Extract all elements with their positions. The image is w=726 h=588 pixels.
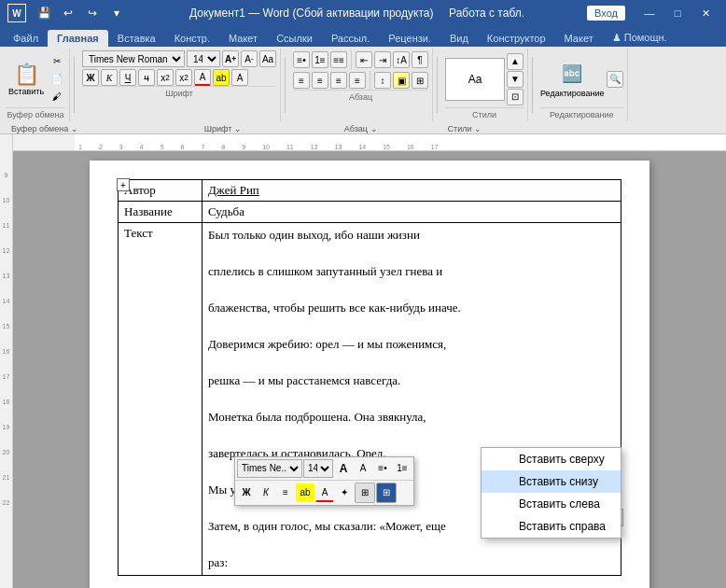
tab-layout[interactable]: Макет [219,30,267,47]
numbering-button[interactable]: 1≡ [312,51,328,68]
label-text: Текст [119,223,202,576]
sort-button[interactable]: ↕A [393,51,410,68]
float-grow-font[interactable]: A [334,459,353,478]
float-align[interactable]: ≡ [276,483,295,502]
styles-selector[interactable]: Aa [445,58,505,101]
font-color-button[interactable]: A [194,69,211,86]
insert-right-icon [496,519,511,534]
show-marks-button[interactable]: ¶ [412,51,428,68]
clipboard-sub: ✂ 📄 🖌 [49,53,65,105]
tab-file[interactable]: Файл [4,30,48,47]
float-table-icon[interactable]: ⊞ [355,483,375,503]
menu-insert-left[interactable]: Вставить слева [482,493,621,515]
highlight-button[interactable]: ab [213,69,230,86]
copy-button[interactable]: 📄 [49,71,65,88]
section-styles: Стили ⌄ [439,124,491,133]
subscript-button[interactable]: x2 [157,69,174,86]
label-author: Автор [119,180,202,202]
qat-dropdown[interactable]: ▾ [106,3,127,23]
superscript-button[interactable]: x2 [175,69,192,86]
divider2 [285,57,286,113]
table-add-button[interactable]: + [117,178,130,191]
tab-design[interactable]: Констр. [165,30,219,47]
ribbon-main: 📋 Вставить ✂ 📄 🖌 Буфер обмена Times New … [0,47,726,123]
menu-insert-above[interactable]: Вставить сверху [482,448,621,470]
border-button[interactable]: ⊞ [412,72,428,89]
undo-button[interactable]: ↩ [58,3,78,23]
text-effect-button[interactable]: A [231,69,248,86]
float-italic[interactable]: К [257,483,275,502]
close-button[interactable]: ✕ [692,0,719,26]
label-title: Название [119,202,202,223]
shrink-font-button[interactable]: A- [241,50,258,67]
clipboard-label: Буфер обмена [6,107,65,119]
save-button[interactable]: 💾 [34,3,54,23]
tab-mailings[interactable]: Рассыл. [322,30,379,47]
tab-references[interactable]: Ссылки [267,30,322,47]
edit-large-button[interactable]: 🔤 [555,60,589,88]
format-painter-button[interactable]: 🖌 [49,89,65,105]
float-font-select[interactable]: Times Ne... [237,459,302,478]
menu-insert-right[interactable]: Вставить справа [482,515,621,538]
float-numbering[interactable]: 1≡ [393,459,412,478]
redo-button[interactable]: ↪ [82,3,103,23]
tab-maket[interactable]: Макет [555,30,603,47]
underline-button[interactable]: Ч [119,69,136,86]
title-bar-left: W 💾 ↩ ↪ ▾ [7,3,127,23]
paste-icon: 📋 [14,63,39,87]
search-button[interactable]: 🔍 [607,71,623,88]
strikethrough-button[interactable]: ч [138,69,155,86]
decrease-indent-button[interactable]: ⇤ [356,51,372,68]
increase-indent-button[interactable]: ⇥ [374,51,391,68]
float-font-color[interactable]: A [315,483,334,502]
align-right-button[interactable]: ≡ [330,72,347,89]
vertical-ruler: 910111213141516171819202122 [0,134,13,588]
tab-review[interactable]: Рецензи. [379,30,440,47]
font-name-select[interactable]: Times New Roman [82,50,185,67]
value-author[interactable]: Джей Рип [202,180,621,202]
float-shrink-font[interactable]: A [354,459,372,478]
divider3 [437,57,438,113]
horizontal-ruler: 1234567891011121314151617 [13,134,726,151]
tab-insert[interactable]: Вставка [108,30,165,47]
tab-help[interactable]: ♟ Помощн. [603,29,677,47]
paste-button[interactable]: 📋 Вставить [6,53,47,105]
tab-constructor[interactable]: Конструктор [478,30,555,47]
styles-scroll-up[interactable]: ▲ [507,53,524,70]
float-size-select[interactable]: 14 [303,459,333,478]
login-button[interactable]: Вход [587,6,625,21]
maximize-button[interactable]: □ [664,0,691,26]
align-left-button[interactable]: ≡ [293,72,310,89]
value-title[interactable]: Судьба [202,202,621,223]
section-clipboard: Буфер обмена ⌄ [2,124,88,133]
bullets-button[interactable]: ≡• [293,51,310,68]
float-bold[interactable]: Ж [237,483,256,502]
float-highlight[interactable]: ab [296,483,314,502]
menu-insert-below[interactable]: Вставить снизу [482,470,621,493]
align-center-button[interactable]: ≡ [312,72,328,89]
grow-font-button[interactable]: A+ [222,50,239,67]
tab-home[interactable]: Главная [48,30,108,47]
bold-button[interactable]: Ж [82,69,99,86]
float-clear[interactable]: ✦ [335,483,354,502]
clear-format-button[interactable]: Aa [259,50,276,67]
main-content: 1234567891011121314151617 + Автор Джей Р… [13,134,726,588]
shading-button[interactable]: ▣ [393,72,410,89]
line-spacing-button[interactable]: ↕ [374,72,391,89]
float-table-icon2[interactable]: ⊞ [376,483,397,503]
insert-above-icon [496,452,511,467]
editing-group: 🔤 Редактирование 🔍 Редактирование [537,49,628,121]
italic-button[interactable]: К [101,69,118,86]
float-bullets[interactable]: ≡• [373,459,392,478]
tab-view[interactable]: Вид [440,30,478,47]
styles-more[interactable]: ⊡ [507,89,524,105]
multilevel-button[interactable]: ≡≡ [330,51,347,68]
styles-scroll-down[interactable]: ▼ [507,71,524,88]
cut-button[interactable]: ✂ [49,53,65,70]
paste-group: 📋 Вставить [6,53,47,105]
justify-button[interactable]: ≡ [349,72,366,89]
divider1 [74,57,75,113]
minimize-button[interactable]: — [636,0,663,26]
divider4 [532,57,533,113]
font-size-select[interactable]: 14 [187,50,220,67]
